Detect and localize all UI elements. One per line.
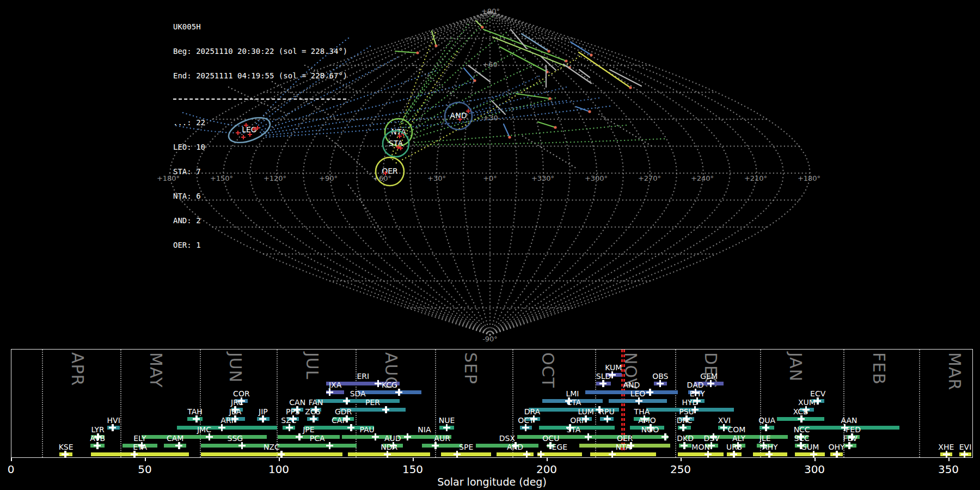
shower-label-ori: ORI	[554, 416, 600, 424]
shower-label-ahy: AHY	[747, 443, 793, 451]
peak-marker-sld	[599, 380, 607, 387]
x-tick-label: 250	[670, 463, 691, 476]
peak-marker-kse	[62, 451, 69, 458]
peak-marker-ahy	[765, 451, 773, 458]
x-tick-label: 50	[138, 463, 151, 476]
count-and: AND: 2	[173, 217, 347, 225]
meteor-endpoint-dot	[434, 44, 437, 47]
latitude-label: +60	[482, 60, 497, 69]
shower-label-sta: STA	[550, 426, 596, 433]
longitude-label: +210°	[744, 174, 767, 182]
month-label-jul: JUL	[303, 352, 322, 380]
shower-label-tha: THA	[619, 408, 665, 415]
shower-label-cam: CAM	[152, 434, 198, 442]
shower-bar-eta	[91, 452, 189, 456]
shower-label-dad: DAD	[672, 381, 718, 389]
shower-bar-nzc	[201, 452, 342, 456]
shower-label-per: PER	[350, 399, 395, 406]
meteor-streak	[610, 70, 641, 86]
shower-label-ocu: OCU	[528, 434, 574, 442]
shower-label-aur: AUR	[419, 434, 465, 442]
month-label-mar: MAR	[945, 352, 964, 390]
grid-meridian	[490, 11, 623, 335]
x-tick	[681, 458, 682, 461]
shower-label-hyd: HYD	[667, 399, 713, 406]
peak-marker-ege	[537, 451, 544, 458]
x-tick	[279, 458, 280, 461]
peak-marker-ohy	[833, 451, 840, 458]
shower-label-noo: NOO	[627, 426, 673, 433]
x-tick	[547, 458, 548, 461]
shower-label-kum: KUM	[591, 364, 636, 371]
shower-label-ari: ARI	[204, 416, 250, 424]
shower-label-ohy: OHY	[814, 443, 860, 451]
shower-label-pca: PCA	[295, 434, 340, 442]
peak-marker-evi	[961, 451, 968, 458]
shower-label-pau: PAU	[344, 426, 390, 433]
meteor-streak	[504, 124, 510, 137]
shower-label-sld: SLD	[581, 372, 627, 380]
shower-label-hvi: HVI	[91, 416, 137, 424]
month-label-may: MAY	[146, 352, 166, 388]
shower-label-obs: OBS	[638, 372, 683, 380]
shower-bar-nta	[590, 452, 657, 456]
shower-label-and: AND	[609, 381, 654, 389]
shower-label-fan: FAN	[293, 399, 339, 406]
meteor-streak	[564, 64, 591, 83]
shower-label-dsx: DSX	[484, 434, 530, 442]
latitude-label: +90°	[481, 7, 500, 15]
peak-marker-nzc	[278, 451, 285, 458]
shower-label-fed: FED	[830, 426, 876, 433]
month-label-oct: OCT	[538, 352, 558, 388]
peak-marker-tah	[193, 415, 200, 422]
session-end: End: 20251111 04:19:55 (sol = 228.67°)	[173, 72, 347, 80]
meteor-endpoint-dot	[548, 97, 551, 100]
separator-line	[173, 99, 346, 100]
peak-marker-nda	[384, 451, 391, 458]
peak-marker-qua	[762, 424, 769, 431]
x-tick-label: 350	[938, 463, 959, 476]
meteor-trail	[348, 185, 387, 240]
peak-marker-urs	[730, 451, 737, 458]
x-tick-label: 0	[8, 463, 15, 476]
meteor-trail	[412, 125, 626, 143]
shower-label-jmc: JMC	[181, 426, 227, 433]
longitude-label: +270°	[638, 174, 661, 182]
station-id: UK005H	[173, 23, 347, 31]
shower-label-gem: GEM	[686, 372, 732, 380]
shower-label-ehy: EHY	[675, 390, 720, 397]
session-begin: Beg: 20251110 20:30:22 (sol = 228.34°)	[173, 47, 347, 56]
month-gridline-mar	[919, 350, 920, 457]
shower-label-cap: CAP	[316, 416, 362, 424]
peak-marker-jxa	[326, 389, 333, 396]
peak-marker-xhe	[943, 451, 950, 458]
meteor-streak	[464, 68, 475, 81]
shower-label-xcb: XCB	[778, 408, 824, 415]
shower-label-evi: EVI	[942, 443, 980, 451]
peak-marker-kcg	[395, 389, 402, 396]
peak-marker-sta	[585, 433, 592, 440]
meteor-streak	[395, 51, 418, 53]
shower-label-eta: ETA	[117, 443, 163, 451]
meteor-endpoint-dot	[508, 136, 511, 138]
shower-label-sda: SDA	[335, 390, 381, 397]
shower-bar-mon	[678, 452, 724, 456]
shower-label-cor: COR	[218, 390, 264, 397]
peak-marker-xcb	[798, 415, 805, 422]
shower-label-kse: KSE	[43, 443, 89, 451]
x-tick	[814, 458, 816, 461]
shower-label-nta: NTA	[600, 443, 646, 451]
shower-label-szc: SZC	[266, 416, 311, 424]
radiant-label-and: AND	[450, 111, 467, 120]
peak-marker-jmc	[206, 433, 213, 440]
meteor-endpoint-dot	[590, 53, 592, 56]
shower-label-ard: ARD	[492, 443, 538, 451]
peak-marker-obs	[657, 380, 664, 387]
x-tick-label: 200	[536, 463, 557, 476]
shower-label-lyr: LYR	[75, 426, 121, 433]
longitude-label: +330°	[531, 174, 554, 182]
shower-label-aud: AUD	[370, 434, 415, 442]
meteor-streak	[576, 107, 590, 112]
longitude-label: +240°	[691, 174, 714, 182]
shower-label-kcg: KCG	[366, 381, 412, 389]
